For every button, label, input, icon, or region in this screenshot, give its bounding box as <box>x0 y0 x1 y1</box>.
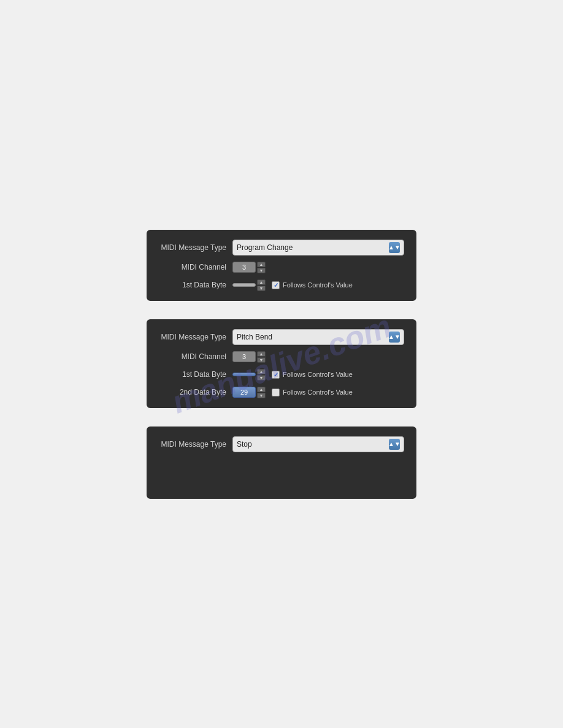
label-midi-message-type-3: MIDI Message Type <box>159 440 226 449</box>
row-midi-channel-1: MIDI Channel 3 ▲ ▼ <box>159 262 404 273</box>
dropdown-arrow-2[interactable]: ▲▼ <box>389 332 400 343</box>
stop-panel-spacer <box>159 458 404 489</box>
midi-channel-field-2[interactable]: 3 <box>232 351 256 362</box>
checkbox-area-2: Follows Control's Value <box>272 371 353 379</box>
label-1st-data-byte-1: 1st Data Byte <box>159 281 226 289</box>
second-data-byte-stepper: ▲ ▼ <box>257 387 266 398</box>
dropdown-arrow-1[interactable]: ▲▼ <box>389 242 400 253</box>
dropdown-midi-message-type-3[interactable]: Stop ▲▼ <box>232 436 404 452</box>
checkbox-label-follows-2: Follows Control's Value <box>283 371 353 378</box>
stepper-down-btn-data1-2[interactable]: ▼ <box>257 375 266 381</box>
checkbox-follows-3[interactable] <box>272 389 280 396</box>
label-midi-channel-1: MIDI Channel <box>159 263 226 271</box>
checkbox-label-follows-3: Follows Control's Value <box>283 389 353 396</box>
first-data-byte-field-1[interactable] <box>232 283 256 287</box>
panel-stop: MIDI Message Type Stop ▲▼ <box>147 427 416 499</box>
row-midi-message-type-1: MIDI Message Type Program Change ▲▼ <box>159 240 404 256</box>
stepper-down-btn-channel-1[interactable]: ▼ <box>257 268 266 273</box>
dropdown-value-midi-message-type-3: Stop <box>237 440 252 449</box>
second-data-byte-field[interactable]: 29 <box>232 387 256 398</box>
stepper-down-btn-data2[interactable]: ▼ <box>257 393 266 398</box>
panel-pitch-bend: MIDI Message Type Pitch Bend ▲▼ MIDI Cha… <box>147 319 416 408</box>
label-midi-message-type-2: MIDI Message Type <box>159 333 226 341</box>
dropdown-arrow-3[interactable]: ▲▼ <box>389 439 400 450</box>
stepper-up-btn-channel-1[interactable]: ▲ <box>257 262 266 267</box>
stepper-up-btn-channel-2[interactable]: ▲ <box>257 351 266 357</box>
label-2nd-data-byte: 2nd Data Byte <box>159 388 226 396</box>
label-1st-data-byte-2: 1st Data Byte <box>159 370 226 379</box>
dropdown-midi-message-type-2[interactable]: Pitch Bend ▲▼ <box>232 329 404 345</box>
midi-channel-field-1[interactable]: 3 <box>232 262 256 273</box>
row-2nd-data-byte: 2nd Data Byte 29 ▲ ▼ Follows Control's V… <box>159 387 404 398</box>
stepper-up-btn-data-1[interactable]: ▲ <box>257 279 266 285</box>
dropdown-value-midi-message-type-1: Program Change <box>237 243 293 252</box>
row-midi-message-type-2: MIDI Message Type Pitch Bend ▲▼ <box>159 329 404 345</box>
stepper-up-btn-data2[interactable]: ▲ <box>257 387 266 392</box>
stepper-down-btn-channel-2[interactable]: ▼ <box>257 357 266 363</box>
first-data-byte-field-2[interactable] <box>232 373 256 376</box>
panel-program-change: MIDI Message Type Program Change ▲▼ MIDI… <box>147 230 416 301</box>
checkbox-follows-2[interactable] <box>272 371 280 379</box>
checkbox-label-follows-1: Follows Control's Value <box>283 281 353 289</box>
stepper-up-btn-data1-2[interactable]: ▲ <box>257 369 266 374</box>
checkbox-area-3: Follows Control's Value <box>272 389 353 396</box>
midi-channel-stepper-2: ▲ ▼ <box>257 351 266 363</box>
dropdown-value-midi-message-type-2: Pitch Bend <box>237 333 272 341</box>
first-data-byte-stepper-2: ▲ ▼ <box>257 369 266 381</box>
midi-channel-stepper-1: ▲ ▼ <box>257 262 266 273</box>
row-1st-data-byte-2: 1st Data Byte ▲ ▼ Follows Control's Valu… <box>159 369 404 381</box>
first-data-byte-stepper-1: ▲ ▼ <box>257 279 266 291</box>
row-midi-channel-2: MIDI Channel 3 ▲ ▼ <box>159 351 404 363</box>
row-midi-message-type-3: MIDI Message Type Stop ▲▼ <box>159 436 404 452</box>
label-midi-channel-2: MIDI Channel <box>159 352 226 361</box>
label-midi-message-type-1: MIDI Message Type <box>159 243 226 252</box>
stepper-down-btn-data-1[interactable]: ▼ <box>257 286 266 291</box>
checkbox-area-1: Follows Control's Value <box>272 281 353 289</box>
panels-container: MIDI Message Type Program Change ▲▼ MIDI… <box>147 230 416 499</box>
dropdown-midi-message-type-1[interactable]: Program Change ▲▼ <box>232 240 404 256</box>
row-1st-data-byte-1: 1st Data Byte ▲ ▼ Follows Control's Valu… <box>159 279 404 291</box>
checkbox-follows-1[interactable] <box>272 281 280 289</box>
